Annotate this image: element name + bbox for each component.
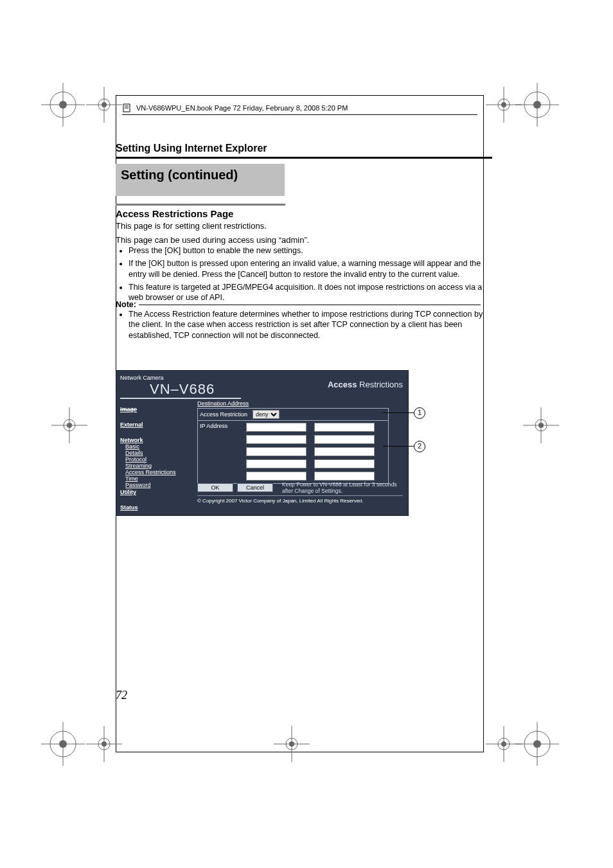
ip-grid <box>246 423 375 481</box>
register-mark-tr <box>519 87 555 123</box>
sidebar-item-basic[interactable]: Basic <box>125 443 192 450</box>
intro-1: This page is for setting client restrict… <box>116 221 481 231</box>
note-bullets: The Access Restriction feature determine… <box>117 309 493 343</box>
access-restriction-select[interactable]: deny <box>253 410 280 419</box>
sidebar-item-time[interactable]: Time <box>125 475 192 482</box>
sidebar-item-streaming[interactable]: Streaming <box>125 463 192 469</box>
page-header-text: VN-V686WPU_EN.book Page 72 Friday, Febru… <box>136 104 348 112</box>
ip-input-4[interactable] <box>314 435 375 444</box>
access-restriction-table: Access Restriction deny IP Address <box>197 408 389 484</box>
cancel-button[interactable]: Cancel <box>237 483 273 492</box>
register-mark-br2 <box>486 726 522 762</box>
page-number: 72 <box>116 689 127 702</box>
book-icon <box>122 103 132 113</box>
ui-screenshot: Network Camera VN–V686 Access Restrictio… <box>116 370 409 516</box>
subhead: Access Restrictions Page <box>116 208 233 219</box>
ip-input-7[interactable] <box>246 459 306 468</box>
sidebar-item-access-restrictions[interactable]: Access Restrictions <box>125 469 192 475</box>
register-mark-bc <box>274 726 310 762</box>
register-mark-ml <box>51 407 87 443</box>
callout-1: 1 <box>414 407 425 419</box>
access-restriction-row: Access Restriction deny <box>198 409 388 421</box>
callout-2: 2 <box>414 441 425 452</box>
ip-input-8[interactable] <box>314 459 375 468</box>
ui-page-title-bold: Access <box>328 380 357 389</box>
page-header: VN-V686WPU_EN.book Page 72 Friday, Febru… <box>122 103 477 115</box>
note-bullet-1: The Access Restriction feature determine… <box>129 309 493 341</box>
ip-input-3[interactable] <box>246 435 306 444</box>
sidebar-item-image[interactable]: Image <box>120 406 192 412</box>
ui-model: VN–V686 <box>150 381 215 398</box>
ip-address-label: IP Address <box>200 423 246 481</box>
sidebar-item-utility[interactable]: Utility <box>120 489 192 495</box>
ui-divider <box>197 495 403 496</box>
ip-input-5[interactable] <box>246 447 306 456</box>
sidebar-item-details[interactable]: Details <box>125 450 192 456</box>
ui-sidebar: Image External Network Basic Details Pro… <box>120 402 192 511</box>
ip-input-9[interactable] <box>246 472 306 481</box>
ip-row: IP Address <box>198 421 388 483</box>
register-mark-tl <box>45 87 81 123</box>
ui-content: Destination Address Access Restriction d… <box>197 400 403 484</box>
power-hint: Keep Power to VN-V686 at Least for 3 sec… <box>282 481 408 494</box>
register-mark-mr <box>523 407 559 443</box>
main-bullets: Press the [OK] button to enable the new … <box>117 245 493 305</box>
bullet-1: Press the [OK] button to enable the new … <box>129 245 493 256</box>
destination-address-header: Destination Address <box>197 400 403 407</box>
register-mark-bl2 <box>86 726 122 762</box>
callout-line-1 <box>383 412 414 413</box>
heavy-rule <box>116 157 492 159</box>
ui-button-row: OK Cancel Keep Power to VN-V686 at Least… <box>197 481 408 494</box>
ui-copyright: © Copyright 2007 Victor Company of Japan… <box>197 498 364 504</box>
access-restriction-label: Access Restriction <box>200 411 249 418</box>
ui-model-underline <box>120 398 241 399</box>
section-heading: Setting Using Internet Explorer <box>116 143 267 154</box>
bullet-2: If the [OK] button is pressed upon enter… <box>129 258 493 279</box>
register-mark-tl2 <box>86 87 122 123</box>
note-rule <box>139 305 481 305</box>
ok-button[interactable]: OK <box>197 483 233 492</box>
ui-page-title: Access Restrictions <box>328 380 403 389</box>
subhead-rule <box>116 204 285 206</box>
sidebar-item-status[interactable]: Status <box>120 504 192 511</box>
ip-input-10[interactable] <box>314 472 375 481</box>
callout-line-2 <box>383 446 414 447</box>
note-label: Note: <box>116 300 136 309</box>
ip-input-6[interactable] <box>314 447 375 456</box>
intro-2: This page can be used during access usin… <box>116 235 481 245</box>
ui-page-title-rest: Restrictions <box>357 380 403 389</box>
sidebar-item-external[interactable]: External <box>120 421 192 428</box>
sidebar-item-network[interactable]: Network <box>120 437 192 443</box>
ui-top-left: Network Camera <box>120 375 164 381</box>
register-mark-br <box>519 726 555 762</box>
ip-input-1[interactable] <box>246 423 306 432</box>
note-row: Note: <box>116 300 481 309</box>
sidebar-item-password[interactable]: Password <box>125 482 192 488</box>
register-mark-bl <box>45 726 81 762</box>
register-mark-tr2 <box>486 87 522 123</box>
title-block: Setting (continued) <box>116 164 285 196</box>
sidebar-item-protocol[interactable]: Protocol <box>125 456 192 463</box>
ip-input-2[interactable] <box>314 423 375 432</box>
